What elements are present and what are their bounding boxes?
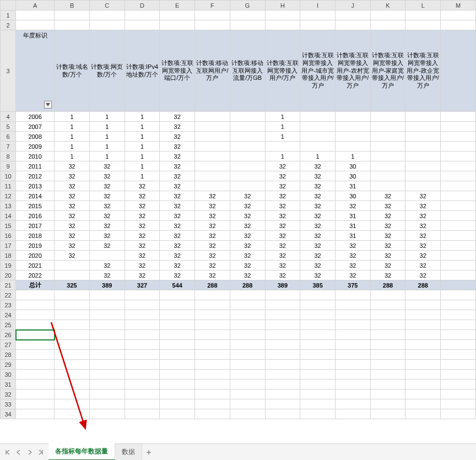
tab-nav-first[interactable] [2,446,13,458]
cell[interactable] [335,132,370,142]
cell[interactable] [89,10,125,20]
row-header[interactable]: 33 [1,399,16,409]
tab-nav-prev[interactable] [13,446,24,458]
cell[interactable]: 32 [265,221,300,231]
cell[interactable]: 288 [230,280,265,290]
cell[interactable] [265,290,300,300]
cell[interactable] [230,20,265,30]
cell[interactable] [300,20,336,30]
cell[interactable] [195,181,230,191]
cell[interactable] [195,122,230,132]
cell[interactable] [55,399,90,409]
cell[interactable] [160,340,195,350]
cell[interactable] [160,310,195,320]
cell[interactable]: 32 [125,201,160,211]
cell[interactable] [405,290,441,300]
cell[interactable]: 389 [89,280,125,290]
row-header[interactable]: 15 [1,221,16,231]
cell[interactable]: 32 [335,251,370,261]
cell[interactable] [441,320,476,330]
cell[interactable]: 32 [195,211,230,221]
row-header[interactable]: 26 [1,330,16,340]
cell[interactable]: 32 [89,161,125,171]
cell[interactable] [405,181,441,191]
row-header[interactable]: 8 [1,151,16,161]
pivot-header-cell[interactable]: 计数项:互联网宽带接入用户-家庭宽带接入用户/万户 [370,30,405,112]
cell[interactable] [89,380,125,389]
cell[interactable] [195,151,230,161]
cell[interactable]: 32 [160,231,195,241]
pivot-header-cell[interactable]: 计数项:互联网宽带接入用户-农村宽带接入用户/万户 [335,30,370,112]
cell[interactable] [300,300,336,310]
cell[interactable] [195,360,230,370]
cell[interactable] [195,132,230,142]
row-header[interactable]: 29 [1,360,16,370]
cell[interactable] [195,409,230,419]
cell[interactable]: 32 [405,211,441,221]
cell[interactable] [300,360,336,370]
cell[interactable]: 32 [125,221,160,231]
cell[interactable] [441,261,476,270]
cell[interactable]: 32 [335,261,370,270]
cell[interactable]: 2016 [16,211,55,221]
cell[interactable]: 32 [405,241,441,251]
cell[interactable]: 1 [335,151,370,161]
cell[interactable]: 32 [160,201,195,211]
cell[interactable] [16,360,55,370]
cell[interactable] [230,181,265,191]
cell[interactable]: 32 [230,221,265,231]
cell[interactable] [55,370,90,380]
cell[interactable] [230,310,265,320]
cell[interactable] [89,350,125,360]
cell[interactable]: 总计 [16,280,55,290]
col-header-I[interactable]: I [300,1,336,10]
cell[interactable]: 1 [265,151,300,161]
row-header[interactable]: 25 [1,320,16,330]
cell[interactable] [230,360,265,370]
cell[interactable] [55,261,90,270]
cell[interactable] [230,380,265,389]
cell[interactable] [370,350,405,360]
cell[interactable]: 32 [89,211,125,221]
cell[interactable]: 32 [300,241,336,251]
cell[interactable] [441,389,476,399]
cell[interactable] [195,290,230,300]
cell[interactable] [195,350,230,360]
cell[interactable] [160,300,195,310]
cell[interactable] [265,330,300,340]
cell[interactable] [160,320,195,330]
cell[interactable]: 32 [160,270,195,280]
cell[interactable] [125,10,160,20]
cell[interactable]: 32 [265,261,300,270]
cell[interactable] [16,10,55,20]
cell[interactable]: 32 [89,231,125,241]
cell[interactable]: 32 [89,261,125,270]
cell[interactable] [160,399,195,409]
spreadsheet-grid[interactable]: A B C D E F G H I J K L M 123年度标识计数项:域名数… [0,0,476,419]
cell[interactable] [125,380,160,389]
cell[interactable] [125,370,160,380]
cell[interactable] [16,20,55,30]
cell[interactable]: 32 [230,270,265,280]
cell[interactable]: 32 [160,211,195,221]
cell[interactable] [405,380,441,389]
cell[interactable]: 32 [160,251,195,261]
cell[interactable]: 32 [55,211,90,221]
cell[interactable] [335,360,370,370]
cell[interactable] [195,389,230,399]
cell[interactable]: 32 [265,201,300,211]
cell[interactable]: 30 [335,171,370,181]
cell[interactable]: 32 [160,151,195,161]
cell[interactable]: 32 [300,221,336,231]
cell[interactable] [160,409,195,419]
cell[interactable]: 2014 [16,191,55,201]
cell[interactable]: 2007 [16,122,55,132]
col-header-D[interactable]: D [125,1,160,10]
cell[interactable] [230,10,265,20]
cell[interactable]: 1 [55,122,90,132]
cell[interactable]: 32 [300,171,336,181]
cell[interactable] [265,370,300,380]
pivot-header-cell[interactable]: 计数项:互联网宽带接入用户-城市宽带接入用户/万户 [300,30,336,112]
cell[interactable] [335,310,370,320]
cell[interactable]: 32 [55,251,90,261]
